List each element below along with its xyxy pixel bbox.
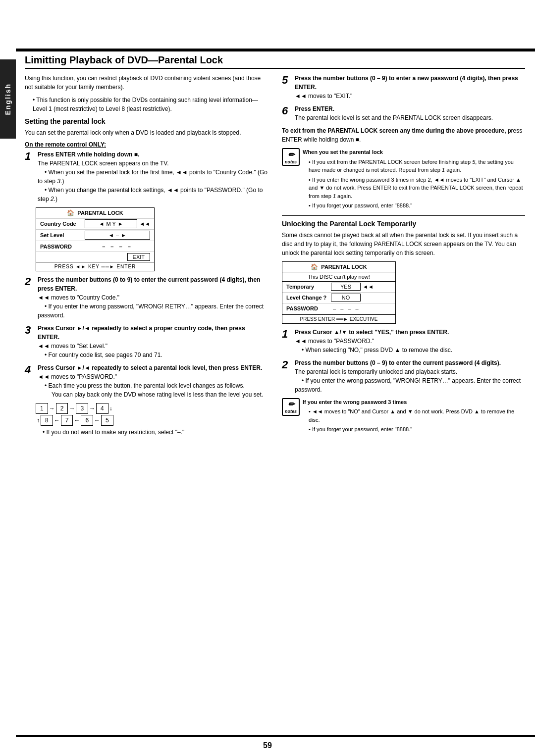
step-2: 2 Press the number buttons (0 to 9) to e… xyxy=(25,275,268,320)
step-2-bullet: If you enter the wrong password, "WRONG!… xyxy=(38,303,264,319)
step-6: 6 Press ENTER. The parental lock level i… xyxy=(282,104,525,122)
page-number: 59 xyxy=(263,741,272,750)
level-5: 5 xyxy=(101,415,113,426)
parental-lock-box: 🏠 PARENTAL LOCK Country Code ◄ M Y ► ◄◄ … xyxy=(36,207,155,271)
set-level-label: Set Level xyxy=(40,232,85,238)
unlock-step-2-num: 2 xyxy=(282,358,293,394)
parental-box-title-text: PARENTAL LOCK xyxy=(77,210,123,216)
notes-heading: When you set the parental lock xyxy=(303,148,525,156)
right-column: 5 Press the number buttons (0 – 9) to en… xyxy=(282,74,525,439)
step-1: 1 Press ENTER while holding down ■. The … xyxy=(25,150,268,203)
arrow-8-7: ← xyxy=(53,417,61,424)
notes-label: notes xyxy=(285,159,297,164)
unlock-step-1-line1: ◄◄ moves to "PASSWORD." xyxy=(295,338,374,345)
unlock-step-2: 2 Press the number buttons (0 – 9) to en… xyxy=(282,358,525,394)
step-3-content: Press Cursor ►/◄ repeatedly to select a … xyxy=(38,324,268,359)
level-6: 6 xyxy=(81,415,93,426)
notes-bullet-2: If you enter the wrong password 3 times … xyxy=(303,176,525,201)
step-1-bullet1: When you set the parental lock for the f… xyxy=(38,169,268,185)
notes2-heading: If you enter the wrong password 3 times xyxy=(303,398,525,406)
notes-icon-2: ✏ notes xyxy=(282,398,300,416)
notes-pencil: ✏ xyxy=(288,150,294,159)
notes2-bullet-1: ◄◄ moves to "NO" and Cursor ▲ and ▼ do n… xyxy=(303,407,525,424)
level-change-label: Level Change ? xyxy=(286,295,331,301)
unlock-disc-row: This DISC can't play now! xyxy=(282,272,395,282)
right-arrow-icon: ► xyxy=(118,221,123,227)
unlock-step-2-content: Press the number buttons (0 – 9) to ente… xyxy=(295,358,525,394)
step-4: 4 Press Cursor ►/◄ repeatedly to select … xyxy=(25,363,268,399)
unlock-row-temp: Temporary YES ◄◄ xyxy=(282,282,395,293)
setting-para: You can set the parental lock only when … xyxy=(25,128,268,137)
unlock-step-1-num: 1 xyxy=(282,328,293,354)
notes-bullet-1: If you exit from the PARENTAL LOCK scree… xyxy=(303,158,525,174)
remote-label: On the remote control ONLY: xyxy=(25,141,268,148)
unlock-row-level: Level Change ? NO xyxy=(282,293,395,303)
step-6-content: Press ENTER. The parental lock level is … xyxy=(295,104,525,122)
step-5-line1: ◄◄ moves to "EXIT." xyxy=(295,93,352,100)
step-4-content: Press Cursor ►/◄ repeatedly to select a … xyxy=(38,363,268,399)
unlock-para: Some discs cannot be played back at all … xyxy=(282,231,525,257)
section-divider xyxy=(282,215,525,216)
step-1-bullet2: When you change the parental lock settin… xyxy=(38,187,263,202)
step-5: 5 Press the number buttons (0 – 9) to en… xyxy=(282,74,525,101)
level-7: 7 xyxy=(61,415,73,426)
step-5-content: Press the number buttons (0 – 9) to ente… xyxy=(295,74,525,101)
page-title: Limitting Playback of DVD—Parental Lock xyxy=(25,54,525,69)
temp-arrow: ◄◄ xyxy=(363,284,374,290)
top-divider xyxy=(16,49,535,51)
left-column: Using this function, you can restrict pl… xyxy=(25,74,268,439)
step-3-num: 3 xyxy=(25,324,36,359)
level-4: 4 xyxy=(96,403,108,414)
unlock-box: 🏠 PARENTAL LOCK This DISC can't play now… xyxy=(282,261,396,324)
left-arrow-icon: ◄ xyxy=(99,221,105,227)
exit-note: To exit from the PARENTAL LOCK screen an… xyxy=(282,126,525,144)
level-no-restriction: If you do not want to make any restricti… xyxy=(36,429,184,436)
level-row-2: ↑ 8 ← 7 ← 6 ← 5 xyxy=(36,415,268,426)
unlock-step-1-bullet: When selecting "NO," press DVD ▲ to remo… xyxy=(295,347,452,353)
set-level-value: ◄ – ► xyxy=(85,231,150,240)
unlock-step-1-bold: Press Cursor ▲/▼ to select "YES," then p… xyxy=(295,329,449,336)
level-3: 3 xyxy=(76,403,88,414)
level-2: 2 xyxy=(56,403,68,414)
notes-label-2: notes xyxy=(285,409,297,414)
country-pointer: ◄◄ xyxy=(139,221,150,227)
exit-button: EXIT xyxy=(127,253,150,261)
level-note: If you do not want to make any restricti… xyxy=(25,428,268,437)
arrow-3-4: → xyxy=(88,405,96,412)
level-row-1: 1 → 2 → 3 → 4 ↓ xyxy=(36,403,268,414)
step-1-bold: Press ENTER while holding down ■. xyxy=(38,151,139,158)
language-label: English xyxy=(4,83,12,115)
notes-bullet-3: If you forget your password, enter "8888… xyxy=(303,202,525,210)
step-3: 3 Press Cursor ►/◄ repeatedly to select … xyxy=(25,324,268,359)
intro-bullet1: This function is only possible for the D… xyxy=(25,96,268,113)
country-code-text: M Y xyxy=(106,221,115,227)
content-columns: Using this function, you can restrict pl… xyxy=(25,74,525,439)
notes-content: When you set the parental lock If you ex… xyxy=(303,148,525,211)
step-1-content: Press ENTER while holding down ■. The PA… xyxy=(38,150,268,203)
step-4-num: 4 xyxy=(25,363,36,399)
step-3-line1: ◄◄ moves to "Set Level." xyxy=(38,343,107,350)
unlock-box-title-text: PARENTAL LOCK xyxy=(321,264,367,270)
step-3-bold: Press Cursor ►/◄ repeatedly to select a … xyxy=(38,325,245,341)
step-6-bold: Press ENTER. xyxy=(295,105,334,112)
unlock-password-label: PASSWORD xyxy=(286,305,331,311)
level-diagram: 1 → 2 → 3 → 4 ↓ ↑ 8 ← 7 ← 6 ← xyxy=(36,403,268,426)
password-label: PASSWORD xyxy=(40,244,85,250)
unlock-step-2-bullet: If you enter the wrong password, "WRONG!… xyxy=(295,377,521,393)
notes2-bullet-2: If you forget your password, enter "8888… xyxy=(303,425,525,434)
main-content: Limitting Playback of DVD—Parental Lock … xyxy=(25,54,525,731)
unlock-password-value: – – – – xyxy=(331,305,360,311)
parental-row-level: Set Level ◄ – ► xyxy=(36,230,154,241)
unlock-step-2-bold: Press the number buttons (0 – 9) to ente… xyxy=(295,359,501,366)
unlock-step-2-line1: The parental lock is temporarily unlocke… xyxy=(295,368,457,375)
step-5-bold: Press the number buttons (0 – 9) to ente… xyxy=(295,75,518,91)
level-text: – xyxy=(116,232,119,238)
step-1-num: 1 xyxy=(25,150,36,203)
arrow-4-down: ↓ xyxy=(108,405,113,412)
arrow-2-3: → xyxy=(68,405,76,412)
notes-content-2: If you enter the wrong password 3 times … xyxy=(303,398,525,435)
country-code-label: Country Code xyxy=(40,221,85,227)
press-key-row: PRESS ◄► KEY ══► ENTER xyxy=(36,262,154,271)
arrow-6-5: ← xyxy=(93,417,101,424)
step-4-sub: You can play back only the DVD whose rat… xyxy=(38,390,268,399)
